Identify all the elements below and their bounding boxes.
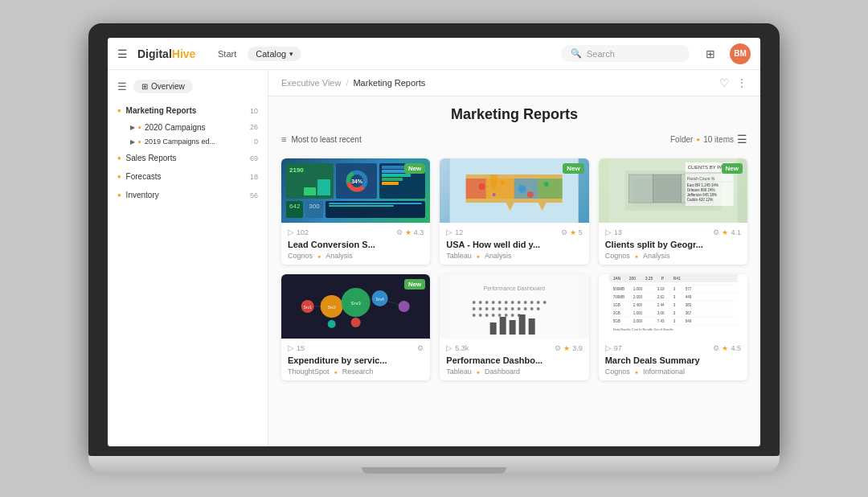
svg-point-64 — [505, 307, 508, 310]
card-thumbnail-expenditure: Srv1 Srv2 Srv3 Srv4 New — [281, 274, 430, 339]
play-icon: ▷ — [288, 228, 294, 236]
rating-value-clients: 4.1 — [731, 228, 741, 236]
play-icon-usa: ▷ — [446, 228, 452, 236]
card-title-clients: Clients split by Geogr... — [605, 240, 741, 249]
card-thumbnail-usa: New — [440, 158, 588, 223]
nav-links: Start Catalog — [213, 46, 301, 62]
svg-point-62 — [492, 307, 495, 310]
svg-text:1,000: 1,000 — [633, 287, 642, 291]
favorite-icon[interactable]: ♡ — [719, 76, 730, 89]
list-view-icon[interactable]: ☰ — [737, 133, 747, 146]
card-tags-march: Cognos ● Informational — [605, 368, 741, 376]
top-nav: ☰ DigitalHive. Start Catalog 🔍 Search ⊞ … — [108, 38, 760, 70]
sidebar-top-bar: ☰ ⊞ Overview — [108, 76, 268, 100]
card-stats-clients: ▷ 13 ⚙ ★ 4.1 — [605, 228, 741, 236]
content-area: ☰ ⊞ Overview ▪ Marketing Reports — [108, 70, 760, 446]
view-count-march: 97 — [614, 344, 622, 352]
card-title-march: March Deals Summary — [605, 355, 741, 365]
svg-text:Srv4: Srv4 — [376, 297, 385, 302]
card-lead-conversion[interactable]: 2190 — [281, 158, 430, 265]
tag2-march: Informational — [643, 368, 685, 376]
svg-text:3.25: 3.25 — [645, 276, 653, 281]
nav-catalog[interactable]: Catalog — [248, 47, 301, 61]
filter-left: ≡ Most to least recent — [281, 134, 362, 144]
sidebar: ☰ ⊞ Overview ▪ Marketing Reports — [108, 70, 268, 446]
svg-point-51 — [498, 301, 502, 304]
svg-text:700MB: 700MB — [612, 295, 624, 299]
svg-point-9 — [493, 193, 496, 196]
svg-point-76 — [511, 314, 514, 317]
sidebar-item-2019-campaigns[interactable]: ▶ ▪ 2019 Campaigns ed... 0 — [108, 134, 268, 149]
view-count-clients: 13 — [614, 228, 622, 236]
sidebar-item-sales-reports[interactable]: ▪ Sales Reports 69 — [108, 149, 268, 167]
card-tags-expenditure: ThoughtSpot ● Research — [288, 368, 424, 376]
folder-icon-sales: ▪ — [117, 152, 121, 164]
tag-dot-usa: ● — [477, 253, 480, 259]
svg-rect-78 — [490, 322, 497, 335]
breadcrumb-sep: / — [346, 78, 348, 88]
svg-point-60 — [479, 307, 482, 310]
tag-dot-expenditure: ● — [334, 369, 338, 375]
card-views-lead: ▷ 102 — [288, 228, 309, 236]
card-tags-clients: Cognos ● Analysis — [605, 252, 741, 260]
card-usa[interactable]: New ▷ 12 ⚙ — [440, 158, 588, 265]
laptop-container: ☰ DigitalHive. Start Catalog 🔍 Search ⊞ … — [88, 23, 780, 474]
filter-icon[interactable]: ≡ — [281, 134, 286, 144]
tag2-usa: Analysis — [485, 252, 512, 260]
logo-dot: . — [195, 51, 197, 56]
nav-start[interactable]: Start — [213, 46, 241, 62]
sidebar-item-inventory[interactable]: ▪ Inventory 56 — [108, 186, 268, 204]
svg-text:649: 649 — [685, 319, 691, 323]
svg-point-69 — [537, 307, 540, 310]
star-icon-usa: ★ — [570, 228, 576, 236]
tag-dot-performance: ● — [477, 369, 480, 375]
sidebar-menu-icon[interactable]: ☰ — [117, 80, 127, 92]
breadcrumb-executive[interactable]: Executive View — [281, 78, 341, 88]
tag-dot-clients: ● — [635, 253, 638, 259]
svg-point-38 — [399, 301, 410, 312]
grid-icon[interactable]: ⊞ — [706, 47, 715, 60]
svg-point-68 — [530, 307, 534, 310]
svg-text:7.43: 7.43 — [657, 319, 664, 323]
svg-text:Performance Dashboard: Performance Dashboard — [484, 285, 545, 291]
new-badge-clients: New — [722, 163, 743, 174]
svg-point-71 — [479, 314, 482, 317]
tag2-expenditure: Research — [342, 368, 374, 376]
nav-search-bar[interactable]: 🔍 Search — [561, 45, 690, 62]
card-expenditure[interactable]: Srv1 Srv2 Srv3 Srv4 New — [281, 274, 430, 380]
tag1-usa: Tableau — [446, 252, 472, 260]
avatar[interactable]: BM — [730, 43, 751, 64]
card-performance[interactable]: Performance Dashboard — [440, 274, 588, 380]
svg-point-59 — [473, 307, 476, 310]
card-stats-usa: ▷ 12 ⚙ ★ 5 — [446, 228, 582, 236]
card-clients[interactable]: CLIENTS BY PARISH Parish Count % East BR… — [599, 158, 747, 265]
svg-rect-15 — [628, 175, 653, 203]
svg-text:367: 367 — [685, 311, 691, 315]
more-options-icon[interactable]: ⋮ — [736, 76, 747, 89]
svg-point-50 — [492, 301, 495, 304]
svg-text:Srv1: Srv1 — [304, 305, 313, 310]
sidebar-item-2020-campaigns[interactable]: ▶ ▪ 2020 Campaigns 26 — [108, 120, 268, 134]
svg-rect-80 — [510, 320, 516, 335]
svg-point-73 — [492, 314, 495, 317]
overview-button[interactable]: ⊞ Overview — [133, 80, 193, 93]
card-views-usa: ▷ 12 — [446, 228, 463, 236]
sidebar-item-marketing-reports[interactable]: ▪ Marketing Reports 10 — [108, 101, 268, 120]
card-stats-lead: ▷ 102 ⚙ ★ 4.3 — [288, 228, 424, 236]
svg-point-54 — [518, 301, 521, 304]
svg-rect-82 — [529, 318, 535, 335]
filter-bar: ≡ Most to least recent Folder ● 10 items… — [268, 129, 760, 149]
sidebar-forecasts-count: 18 — [250, 173, 258, 181]
filter-info: Folder ● 10 items ☰ — [670, 133, 747, 146]
svg-point-67 — [524, 307, 527, 310]
card-march-deals[interactable]: JAN 200 3.25 P R41 500MB1,0003.193577 — [599, 274, 747, 380]
sidebar-item-forecasts[interactable]: ▪ Forecasts 18 — [108, 167, 268, 186]
hamburger-icon[interactable]: ☰ — [117, 47, 128, 60]
svg-text:2.62: 2.62 — [657, 295, 664, 299]
sidebar-sub-count-2: 0 — [254, 138, 258, 146]
tag2-lead: Analysis — [326, 252, 353, 260]
settings-icon-usa: ⚙ — [561, 228, 567, 236]
sidebar-inventory-label: Inventory — [126, 191, 245, 199]
dot-separator: ● — [696, 136, 700, 143]
sidebar-inventory-count: 56 — [250, 191, 258, 199]
